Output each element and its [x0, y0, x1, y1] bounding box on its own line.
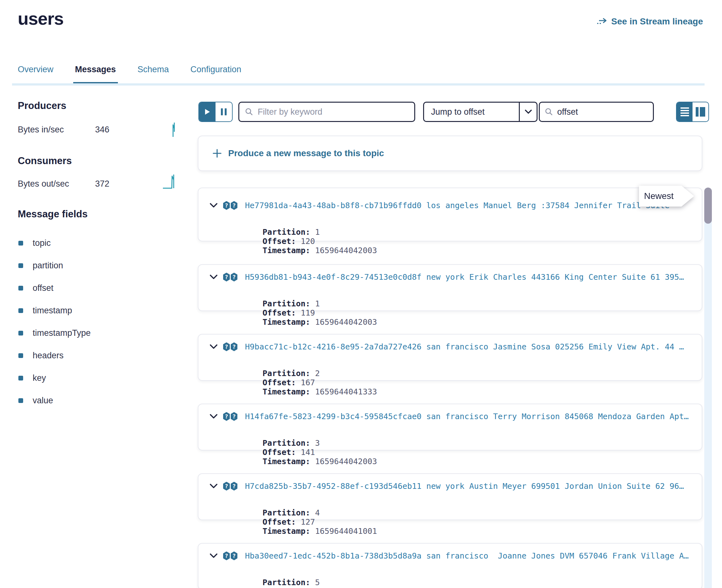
- replacement-char-icon: ??: [223, 273, 238, 282]
- message-meta: Partition: 3 Offset: 141 Timestamp: 1659…: [234, 429, 689, 475]
- message-key-preview: H7cda825b-35b7-4952-88ef-c193d546eb11 ne…: [245, 482, 689, 491]
- view-mode-toggle: [676, 102, 709, 122]
- produce-message-label: Produce a new message to this topic: [228, 148, 384, 159]
- message-row[interactable]: ?? H9bacc71c-b12c-4216-8e95-2a7da727e426…: [198, 334, 702, 381]
- jump-to-offset-value: Jump to offset: [424, 103, 519, 121]
- play-icon: [205, 109, 210, 115]
- pause-icon: [221, 108, 227, 115]
- message-meta: Partition: 4 Offset: 127 Timestamp: 1659…: [234, 499, 689, 545]
- play-button[interactable]: [199, 102, 215, 121]
- select-chevron-cell[interactable]: [519, 103, 537, 121]
- chevron-down-icon: [525, 110, 532, 114]
- message-row[interactable]: ?? H14fa67fe-5823-4299-b3c4-595845cfcae0…: [198, 404, 702, 450]
- tab-overview[interactable]: Overview: [18, 65, 54, 84]
- message-key-preview: H14fa67fe-5823-4299-b3c4-595845cfcae0 sa…: [245, 412, 689, 421]
- keyword-filter-input[interactable]: [258, 107, 409, 117]
- producers-sparkline: [172, 122, 178, 138]
- stream-lineage-link[interactable]: See in Stream lineage: [597, 17, 703, 27]
- jump-to-offset-select[interactable]: Jump to offset: [423, 102, 538, 122]
- expand-chevron-icon[interactable]: [210, 275, 218, 279]
- newest-tooltip: Newest: [639, 186, 694, 207]
- field-item-offset[interactable]: offset: [18, 277, 91, 299]
- replacement-char-icon: ??: [223, 342, 238, 351]
- bytes-out-value: 372: [95, 179, 109, 189]
- field-item-timestampType[interactable]: timestampType: [18, 322, 91, 344]
- bytes-out-label: Bytes out/sec: [18, 179, 69, 189]
- list-view-button[interactable]: [677, 102, 693, 121]
- expand-chevron-icon[interactable]: [210, 203, 218, 208]
- expand-chevron-icon[interactable]: [210, 344, 218, 349]
- message-meta: Partition: 1 Offset: 119 Timestamp: 1659…: [234, 290, 689, 336]
- messages-scrollbar-thumb[interactable]: [704, 188, 712, 224]
- tab-messages[interactable]: Messages: [75, 65, 116, 84]
- split-view-icon: [696, 107, 705, 117]
- field-bullet-icon: [18, 308, 23, 313]
- message-meta: Partition: 2 Offset: 167 Timestamp: 1659…: [234, 360, 689, 405]
- pause-button[interactable]: [215, 102, 232, 121]
- consumers-sparkline: [162, 174, 178, 189]
- plus-icon: [212, 149, 222, 158]
- message-meta: Partition: 1 Offset: 120 Timestamp: 1659…: [234, 218, 689, 264]
- field-item-value[interactable]: value: [18, 390, 91, 412]
- stream-lineage-label: See in Stream lineage: [612, 17, 703, 27]
- field-bullet-icon: [18, 331, 23, 336]
- search-icon: [545, 108, 553, 116]
- message-row[interactable]: ?? H7cda825b-35b7-4952-88ef-c193d546eb11…: [198, 473, 702, 520]
- message-row[interactable]: ?? H5936db81-b943-4e0f-8c29-74513e0c0d8f…: [198, 264, 702, 311]
- field-bullet-icon: [18, 286, 23, 291]
- split-view-button[interactable]: [693, 102, 708, 121]
- field-item-partition[interactable]: partition: [18, 254, 91, 277]
- tab-bar: Overview Messages Schema Configuration: [18, 65, 241, 84]
- expand-chevron-icon[interactable]: [210, 414, 218, 419]
- keyword-filter: [238, 102, 415, 122]
- topic-messages-page: users See in Stream lineage Overview Mes…: [0, 0, 722, 588]
- field-item-topic[interactable]: topic: [18, 232, 91, 254]
- field-bullet-icon: [18, 398, 23, 403]
- message-row[interactable]: ?? He77981da-4a43-48ab-b8f8-cb71b96ffdd0…: [198, 188, 702, 241]
- message-meta: Partition: 5 Offset: 163 Timestamp: 1659…: [234, 569, 689, 588]
- tab-underline-track: [12, 83, 705, 86]
- play-pause-toggle: [199, 102, 233, 122]
- replacement-char-icon: ??: [223, 551, 238, 561]
- field-bullet-icon: [18, 353, 23, 358]
- stream-lineage-icon: [597, 17, 607, 26]
- bytes-in-label: Bytes in/sec: [18, 125, 64, 135]
- tab-schema[interactable]: Schema: [138, 65, 169, 84]
- message-key-preview: Hba30eed7-1edc-452b-8b1a-738d3b5d8a9a sa…: [245, 551, 689, 561]
- field-bullet-icon: [18, 376, 23, 380]
- messages-scrollbar-track[interactable]: [704, 188, 712, 588]
- field-bullet-icon: [18, 263, 23, 268]
- bytes-in-value: 346: [95, 125, 109, 135]
- list-view-icon: [680, 106, 689, 118]
- tab-configuration[interactable]: Configuration: [190, 65, 242, 84]
- offset-search-input[interactable]: [557, 107, 648, 117]
- newest-tooltip-label: Newest: [639, 186, 694, 207]
- replacement-char-icon: ??: [223, 412, 238, 421]
- search-icon: [245, 108, 253, 116]
- expand-chevron-icon[interactable]: [210, 484, 218, 488]
- replacement-char-icon: ??: [223, 482, 238, 491]
- page-title: users: [18, 8, 63, 29]
- message-row[interactable]: ?? Hba30eed7-1edc-452b-8b1a-738d3b5d8a9a…: [198, 543, 702, 588]
- message-key-preview: H9bacc71c-b12c-4216-8e95-2a7da727e426 sa…: [245, 342, 689, 351]
- message-fields-list: topic partition offset timestamp timesta…: [18, 232, 91, 412]
- field-item-timestamp[interactable]: timestamp: [18, 299, 91, 322]
- message-key-preview: He77981da-4a43-48ab-b8f8-cb71b96ffdd0 lo…: [245, 201, 689, 210]
- message-fields-heading: Message fields: [18, 208, 88, 220]
- replacement-char-icon: ??: [223, 201, 238, 210]
- field-item-key[interactable]: key: [18, 367, 91, 390]
- offset-search: [539, 102, 654, 122]
- expand-chevron-icon[interactable]: [210, 553, 218, 558]
- message-key-preview: H5936db81-b943-4e0f-8c29-74513e0c0d8f ne…: [245, 272, 689, 282]
- field-item-headers[interactable]: headers: [18, 344, 91, 367]
- produce-message-button[interactable]: Produce a new message to this topic: [198, 135, 702, 171]
- producers-heading: Producers: [18, 100, 66, 111]
- consumers-heading: Consumers: [18, 155, 72, 167]
- field-bullet-icon: [18, 241, 23, 246]
